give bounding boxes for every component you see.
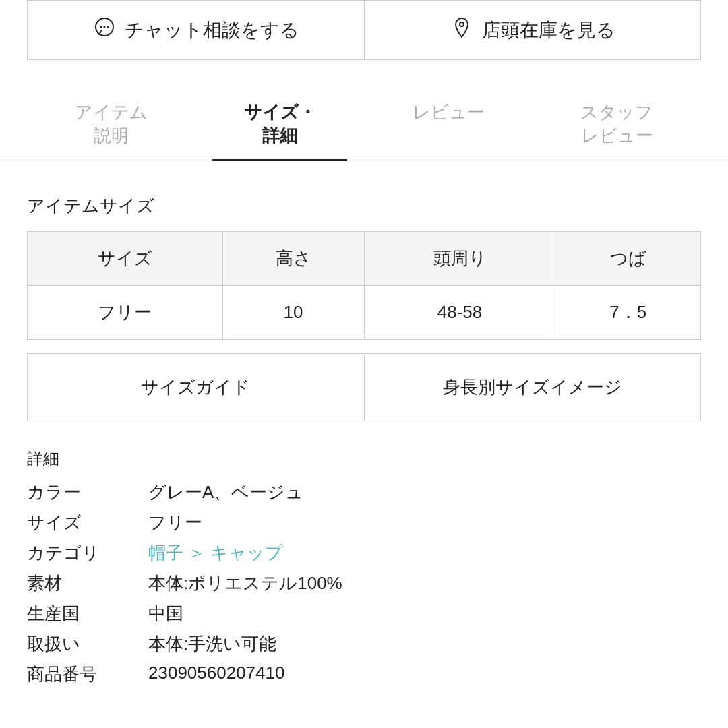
detail-label-care: 取扱い bbox=[27, 632, 148, 656]
details-title: 詳細 bbox=[27, 448, 701, 470]
height-size-button[interactable]: 身長別サイズイメージ bbox=[364, 353, 702, 421]
tab-review[interactable]: レビュー bbox=[364, 100, 533, 160]
tab-size-line2: 詳細 bbox=[195, 124, 364, 148]
size-table-header-row: サイズ 高さ 頭周り つば bbox=[28, 232, 701, 286]
detail-value-origin: 中国 bbox=[148, 602, 701, 626]
detail-label-category: カテゴリ bbox=[27, 541, 148, 565]
detail-row-category: カテゴリ 帽子 ＞ キャップ bbox=[27, 541, 701, 565]
size-value-brim: 7．5 bbox=[555, 286, 701, 340]
size-value-head: 48-58 bbox=[364, 286, 555, 340]
detail-row-size: サイズ フリー bbox=[27, 511, 701, 535]
detail-label-color: カラー bbox=[27, 481, 148, 504]
tab-staff-review[interactable]: スタッフ レビュー bbox=[533, 100, 701, 160]
size-table-header-head: 頭周り bbox=[364, 232, 555, 286]
tab-staff-line2: レビュー bbox=[533, 124, 701, 148]
size-table-row: フリー 10 48-58 7．5 bbox=[28, 286, 701, 340]
chat-icon bbox=[92, 16, 117, 44]
page-wrapper: チャット相談をする 店頭在庫を見る アイテム 説明 サイズ・ 詳細 レビュー bbox=[0, 0, 728, 728]
tab-item-line1: アイテム bbox=[27, 100, 195, 124]
detail-label-material: 素材 bbox=[27, 572, 148, 595]
item-size-title: アイテムサイズ bbox=[27, 194, 701, 218]
tab-staff-line1: スタッフ bbox=[533, 100, 701, 124]
location-icon bbox=[450, 16, 474, 44]
svg-point-3 bbox=[107, 26, 109, 28]
store-button[interactable]: 店頭在庫を見る bbox=[364, 0, 702, 60]
detail-label-origin: 生産国 bbox=[27, 602, 148, 626]
detail-row-product-number: 商品番号 23090560207410 bbox=[27, 663, 701, 686]
detail-value-size: フリー bbox=[148, 511, 701, 535]
svg-point-2 bbox=[103, 26, 105, 28]
detail-row-origin: 生産国 中国 bbox=[27, 602, 701, 626]
size-table-header-height: 高さ bbox=[222, 232, 364, 286]
tab-size-line1: サイズ・ bbox=[195, 100, 364, 124]
detail-label-product-number: 商品番号 bbox=[27, 663, 148, 686]
detail-row-material: 素材 本体:ポリエステル100% bbox=[27, 572, 701, 595]
svg-point-4 bbox=[460, 22, 464, 26]
detail-value-product-number: 23090560207410 bbox=[148, 663, 701, 684]
chat-button-label: チャット相談をする bbox=[125, 18, 299, 43]
detail-value-care: 本体:手洗い可能 bbox=[148, 632, 701, 656]
tab-review-line2 bbox=[364, 124, 533, 145]
detail-row-color: カラー グレーA、ベージュ bbox=[27, 481, 701, 504]
detail-row-care: 取扱い 本体:手洗い可能 bbox=[27, 632, 701, 656]
chat-button[interactable]: チャット相談をする bbox=[27, 0, 364, 60]
store-button-label: 店頭在庫を見る bbox=[482, 18, 615, 43]
tab-size-detail[interactable]: サイズ・ 詳細 bbox=[195, 100, 364, 160]
size-value-height: 10 bbox=[222, 286, 364, 340]
top-buttons: チャット相談をする 店頭在庫を見る bbox=[0, 0, 728, 60]
size-table-header-size: サイズ bbox=[28, 232, 223, 286]
detail-value-material: 本体:ポリエステル100% bbox=[148, 572, 701, 595]
tab-item-line2: 説明 bbox=[27, 124, 195, 148]
size-table: サイズ 高さ 頭周り つば フリー 10 48-58 7．5 bbox=[27, 231, 701, 340]
svg-point-1 bbox=[100, 26, 102, 28]
detail-value-color: グレーA、ベージュ bbox=[148, 481, 701, 504]
action-buttons: サイズガイド 身長別サイズイメージ bbox=[27, 353, 701, 421]
size-table-header-brim: つば bbox=[555, 232, 701, 286]
size-guide-button[interactable]: サイズガイド bbox=[27, 353, 364, 421]
details-section: 詳細 カラー グレーA、ベージュ サイズ フリー カテゴリ 帽子 ＞ キャップ … bbox=[27, 448, 701, 686]
size-value-size: フリー bbox=[28, 286, 223, 340]
tab-review-line1: レビュー bbox=[364, 100, 533, 124]
detail-value-category[interactable]: 帽子 ＞ キャップ bbox=[148, 541, 701, 565]
tab-item-description[interactable]: アイテム 説明 bbox=[27, 100, 195, 160]
tabs: アイテム 説明 サイズ・ 詳細 レビュー スタッフ レビュー bbox=[0, 100, 728, 160]
detail-label-size: サイズ bbox=[27, 511, 148, 535]
